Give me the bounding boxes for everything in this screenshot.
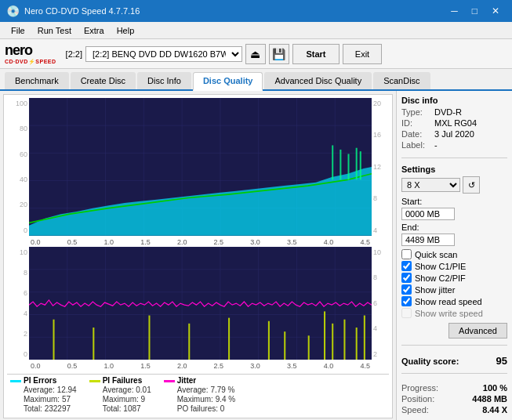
speed-select[interactable]: 8 X — [401, 178, 460, 192]
jitter-max: Maximum: 9.4 % — [177, 395, 235, 404]
maximize-button[interactable]: □ — [466, 5, 484, 17]
advanced-button[interactable]: Advanced — [448, 323, 507, 339]
refresh-button[interactable]: ↺ — [463, 176, 480, 194]
svg-rect-40 — [148, 315, 150, 360]
app-title: Nero CD-DVD Speed 4.7.7.16 — [24, 6, 140, 16]
svg-rect-48 — [343, 320, 345, 360]
start-button[interactable]: Start — [292, 44, 340, 64]
progress-value: 100 % — [483, 383, 507, 393]
title-bar-left: 💿 Nero CD-DVD Speed 4.7.7.16 — [6, 5, 140, 17]
tab-benchmark[interactable]: Benchmark — [5, 72, 69, 89]
menu-run-test[interactable]: Run Test — [31, 24, 78, 37]
app-icon: 💿 — [6, 5, 20, 17]
svg-rect-19 — [348, 154, 350, 179]
minimize-button[interactable]: ─ — [445, 5, 464, 17]
svg-rect-20 — [356, 148, 358, 180]
menu-extra[interactable]: Extra — [78, 24, 111, 37]
svg-marker-16 — [29, 167, 372, 236]
legend-area: PI Errors Average: 12.94 Maximum: 57 Tot… — [7, 374, 389, 415]
save-icon[interactable]: 💾 — [269, 44, 289, 64]
svg-rect-21 — [360, 151, 361, 179]
start-input[interactable] — [401, 208, 455, 220]
pi-errors-avg: Average: 12.94 — [24, 386, 77, 394]
show-read-speed-checkbox[interactable] — [401, 296, 412, 306]
jitter-color — [164, 380, 175, 382]
end-input[interactable] — [401, 234, 455, 246]
show-c1pie-checkbox[interactable] — [401, 261, 412, 271]
disc-date-label: Date: — [401, 129, 431, 139]
quality-score-row: Quality score: 95 — [401, 355, 507, 367]
close-button[interactable]: ✕ — [485, 5, 506, 17]
show-c2pif-label: Show C2/PIF — [415, 273, 466, 283]
show-jitter-row: Show jitter — [401, 284, 507, 295]
svg-rect-47 — [332, 324, 333, 360]
tab-disc-info[interactable]: Disc Info — [137, 72, 191, 89]
svg-rect-17 — [332, 145, 333, 179]
divider-1 — [401, 158, 507, 158]
show-jitter-label: Show jitter — [415, 285, 455, 295]
chart-lower-y-left: 1086420 — [7, 247, 29, 360]
right-panel: Disc info Type: DVD-R ID: MXL RG04 Date:… — [396, 91, 512, 420]
speed-row-prog: Speed: 8.44 X — [401, 405, 507, 415]
main-content: 100806040200 — [0, 91, 512, 420]
quick-scan-checkbox[interactable] — [401, 249, 412, 259]
pi-errors-color — [10, 380, 21, 382]
pi-failures-avg: Average: 0.01 — [103, 386, 151, 394]
pi-failures-total: Total: 1087 — [103, 404, 151, 413]
svg-rect-44 — [284, 331, 285, 360]
tab-create-disc[interactable]: Create Disc — [71, 72, 136, 89]
tab-advanced-disc-quality[interactable]: Advanced Disc Quality — [264, 72, 372, 89]
jitter-title: Jitter — [177, 376, 235, 385]
svg-rect-50 — [364, 315, 365, 360]
disc-id-label: ID: — [401, 118, 431, 128]
tab-disc-quality[interactable]: Disc Quality — [193, 72, 263, 91]
end-field-row: End: — [401, 223, 507, 246]
svg-rect-45 — [308, 335, 310, 360]
legend-pi-errors: PI Errors Average: 12.94 Maximum: 57 Tot… — [10, 376, 77, 413]
start-field-row: Start: — [401, 197, 507, 220]
quick-scan-row: Quick scan — [401, 249, 507, 259]
show-c2pif-checkbox[interactable] — [401, 273, 412, 283]
drive-select[interactable]: [2:2] BENQ DVD DD DW1620 B7W9 — [85, 46, 242, 62]
chart-upper-y-right: 20161284 — [372, 98, 389, 236]
settings-title: Settings — [401, 165, 507, 174]
exit-button[interactable]: Exit — [343, 44, 382, 64]
drive-label: [2:2] — [66, 49, 82, 59]
nero-logo-sub: CD·DVD⚡SPEED — [5, 59, 56, 65]
menu-file[interactable]: File — [5, 24, 31, 37]
position-row: Position: 4488 MB — [401, 394, 507, 404]
svg-rect-46 — [324, 311, 325, 360]
show-write-speed-checkbox[interactable] — [401, 308, 412, 318]
pi-failures-color — [89, 380, 100, 382]
disc-label-value: - — [434, 140, 438, 150]
quality-score-value: 95 — [496, 355, 507, 367]
show-c1pie-label: Show C1/PIE — [415, 262, 466, 271]
nero-logo-text: nero — [5, 42, 56, 59]
quality-score-label: Quality score: — [401, 357, 459, 366]
eject-icon[interactable]: ⏏ — [245, 44, 266, 64]
disc-type-value: DVD-R — [434, 107, 462, 117]
chart-lower-main — [29, 247, 372, 360]
disc-type-row: Type: DVD-R — [401, 107, 507, 117]
show-c2pif-row: Show C2/PIF — [401, 273, 507, 283]
show-jitter-checkbox[interactable] — [401, 284, 412, 295]
chart-upper-x-axis: 0.00.51.01.52.02.53.03.54.04.5 — [7, 237, 389, 247]
disc-date-value: 3 Jul 2020 — [434, 129, 474, 139]
pi-errors-stats: PI Errors Average: 12.94 Maximum: 57 Tot… — [24, 376, 77, 413]
show-c1pie-row: Show C1/PIE — [401, 261, 507, 271]
svg-rect-43 — [268, 321, 270, 360]
speed-row: 8 X ↺ — [401, 176, 507, 194]
pi-errors-title: PI Errors — [24, 376, 77, 385]
speed-value-prog: 8.44 X — [482, 405, 507, 415]
tab-scandisc[interactable]: ScanDisc — [373, 72, 430, 89]
svg-rect-38 — [53, 320, 54, 360]
toolbar: nero CD·DVD⚡SPEED [2:2] [2:2] BENQ DVD D… — [0, 39, 512, 69]
disc-date-row: Date: 3 Jul 2020 — [401, 129, 507, 139]
disc-label-row: Label: - — [401, 140, 507, 150]
show-read-speed-row: Show read speed — [401, 296, 507, 306]
disc-id-value: MXL RG04 — [434, 118, 477, 128]
progress-label: Progress: — [401, 383, 438, 393]
menu-help[interactable]: Help — [111, 24, 141, 37]
title-bar: 💿 Nero CD-DVD Speed 4.7.7.16 ─ □ ✕ — [0, 0, 512, 22]
show-write-speed-row: Show write speed — [401, 308, 507, 318]
